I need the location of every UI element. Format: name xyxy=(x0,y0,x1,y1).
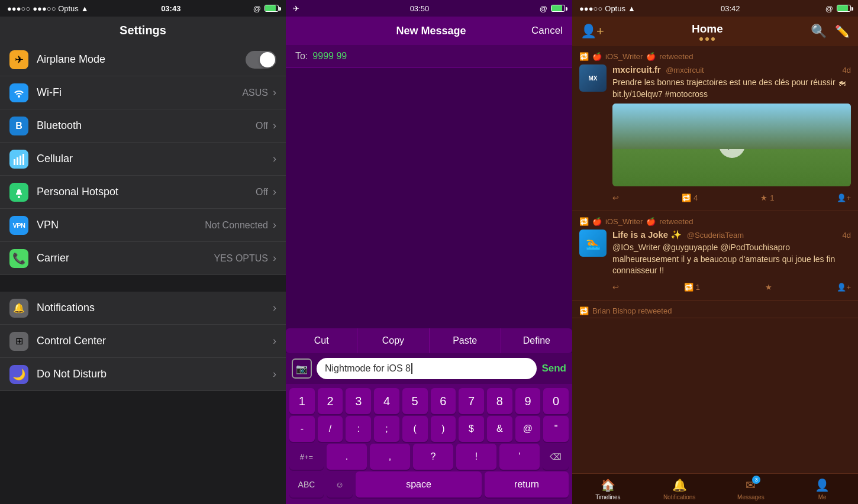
donotdisturb-icon: 🌙 xyxy=(9,365,28,384)
context-copy-button[interactable]: Copy xyxy=(357,328,429,353)
settings-item-wifi[interactable]: Wi-Fi ASUS › xyxy=(0,76,286,109)
tweet-1-more-button[interactable]: 👤+ xyxy=(837,193,851,202)
key-dash[interactable]: - xyxy=(289,416,315,442)
tweet-2-retweet-bar: 🔁 🍎 iOS_Writer 🍎 retweeted xyxy=(579,217,851,226)
settings-item-carrier[interactable]: 📞 Carrier YES OPTUS › xyxy=(0,242,286,275)
key-symbols-toggle[interactable]: #+= xyxy=(289,444,324,470)
tweet-3-partial: 🔁 Brian Bishop retweeted xyxy=(572,301,858,318)
tweet-1-content: mxcircuit.fr @mxcircuit 4d Prendre les b… xyxy=(612,64,851,205)
tweet-2-more-button[interactable]: 👤+ xyxy=(837,283,851,292)
camera-button[interactable]: 📷 xyxy=(292,358,312,379)
keyboard-row-special: #+= . , ? ! ' ⌫ xyxy=(289,444,569,470)
retweet-by-3: Brian Bishop retweeted xyxy=(592,306,672,315)
tw-status-right: @ xyxy=(825,4,851,13)
settings-item-airplane[interactable]: ✈ Airplane Mode xyxy=(0,43,286,76)
settings-status-bar: ●●●○○ ●●●○○ Optus ▲ 03:43 @ xyxy=(0,0,286,17)
retweet-icon-3: 🔁 xyxy=(579,306,589,315)
key-backspace[interactable]: ⌫ xyxy=(543,444,569,470)
key-quote[interactable]: " xyxy=(543,416,569,442)
settings-item-vpn[interactable]: VPN VPN Not Connected › xyxy=(0,209,286,242)
key-4[interactable]: 4 xyxy=(374,388,399,414)
send-button[interactable]: Send xyxy=(541,363,566,374)
key-rparen[interactable]: ) xyxy=(431,416,456,442)
settings-item-controlcenter[interactable]: ⊞ Control Center › xyxy=(0,325,286,358)
settings-item-hotspot[interactable]: Personal Hotspot Off › xyxy=(0,176,286,209)
notifications-tab-label: Notifications xyxy=(663,494,695,500)
context-paste-button[interactable]: Paste xyxy=(430,328,501,353)
wifi-value: ASUS xyxy=(242,88,268,98)
settings-item-donotdisturb[interactable]: 🌙 Do Not Disturb › xyxy=(0,358,286,391)
location-icon: @ xyxy=(253,4,261,13)
key-dollar[interactable]: $ xyxy=(459,416,484,442)
msg-status-right: @ xyxy=(540,4,565,13)
bluetooth-chevron: › xyxy=(273,119,276,132)
context-define-button[interactable]: Define xyxy=(501,328,572,353)
key-2[interactable]: 2 xyxy=(318,388,343,414)
key-period[interactable]: . xyxy=(327,444,367,470)
signal-dots: ●●●○○ xyxy=(7,4,30,13)
tw-search-button[interactable]: 🔍 xyxy=(811,24,827,39)
key-semicolon[interactable]: ; xyxy=(374,416,399,442)
vpn-label: VPN xyxy=(37,219,205,231)
key-exclaim[interactable]: ! xyxy=(456,444,496,470)
key-return[interactable]: return xyxy=(485,471,569,497)
messages-context-menu: Cut Copy Paste Define xyxy=(286,328,572,353)
tweet-1-favorite-button[interactable]: ★ 1 xyxy=(760,193,774,202)
key-emoji[interactable]: ☺ xyxy=(327,471,353,497)
tweet-2-avatar: 🏊 xyxy=(579,230,607,257)
key-ampersand[interactable]: & xyxy=(487,416,512,442)
moto-scene: ▶ xyxy=(612,104,851,186)
tw-compose-button[interactable]: ✏️ xyxy=(835,24,850,38)
key-space[interactable]: space xyxy=(356,471,482,497)
message-input[interactable]: Nightmode for iOS 8 xyxy=(317,358,537,379)
messages-body xyxy=(286,68,572,328)
key-at[interactable]: @ xyxy=(515,416,541,442)
settings-item-cellular[interactable]: Cellular › xyxy=(0,143,286,176)
notifications-chevron: › xyxy=(273,302,276,314)
tweet-1-avatar: MX xyxy=(579,64,607,92)
tab-me[interactable]: 👤 Me xyxy=(786,474,858,504)
tweet-2-reply-button[interactable]: ↩ xyxy=(612,283,619,292)
airplane-toggle[interactable] xyxy=(246,51,276,69)
key-7[interactable]: 7 xyxy=(459,388,484,414)
settings-item-notifications[interactable]: 🔔 Notifications › xyxy=(0,292,286,325)
tw-add-friend-button[interactable]: 👤+ xyxy=(580,24,604,39)
key-abc[interactable]: ABC xyxy=(289,471,324,497)
settings-item-bluetooth[interactable]: B Bluetooth Off › xyxy=(0,109,286,143)
key-slash[interactable]: / xyxy=(318,416,343,442)
tweet-2-retweet-button[interactable]: 🔁 1 xyxy=(684,283,700,292)
tweet-1-handle: @mxcircuit xyxy=(666,66,704,75)
me-tab-label: Me xyxy=(818,494,827,500)
tweet-2-favorite-button[interactable]: ★ xyxy=(765,283,772,292)
key-question[interactable]: ? xyxy=(413,444,453,470)
donotdisturb-chevron: › xyxy=(273,368,276,380)
settings-list: ✈ Airplane Mode Wi-Fi ASUS › B Bluetooth… xyxy=(0,43,286,504)
tweet-2-content: Life is a Joke ✨ @ScuderiaTeam 4d @IOs_W… xyxy=(612,230,851,294)
to-number[interactable]: 9999 99 xyxy=(312,51,347,62)
key-5[interactable]: 5 xyxy=(402,388,428,414)
key-8[interactable]: 8 xyxy=(487,388,512,414)
key-colon[interactable]: : xyxy=(346,416,371,442)
airplane-label: Airplane Mode xyxy=(37,53,246,66)
key-apostrophe[interactable]: ' xyxy=(499,444,540,470)
tab-timelines[interactable]: 🏠 Timelines xyxy=(572,474,644,504)
tweet-1-reply-button[interactable]: ↩ xyxy=(612,193,619,202)
notifications-tab-icon: 🔔 xyxy=(672,478,687,492)
tab-messages[interactable]: ✉ 3 Messages xyxy=(715,474,787,504)
key-comma[interactable]: , xyxy=(370,444,410,470)
context-cut-button[interactable]: Cut xyxy=(286,328,357,353)
controlcenter-icon: ⊞ xyxy=(9,332,28,351)
key-0[interactable]: 0 xyxy=(543,388,569,414)
messages-cancel-button[interactable]: Cancel xyxy=(531,25,563,37)
retweet-apple-3: 🍎 xyxy=(592,217,602,226)
key-1[interactable]: 1 xyxy=(289,388,315,414)
svg-rect-3 xyxy=(22,154,24,165)
notifications-icon: 🔔 xyxy=(9,299,28,318)
key-6[interactable]: 6 xyxy=(431,388,456,414)
key-9[interactable]: 9 xyxy=(515,388,541,414)
tweet-1-image[interactable]: ▶ xyxy=(612,104,851,186)
tweet-1-retweet-button[interactable]: 🔁 4 xyxy=(682,193,698,202)
key-3[interactable]: 3 xyxy=(346,388,371,414)
tab-notifications[interactable]: 🔔 Notifications xyxy=(644,474,715,504)
key-lparen[interactable]: ( xyxy=(402,416,428,442)
